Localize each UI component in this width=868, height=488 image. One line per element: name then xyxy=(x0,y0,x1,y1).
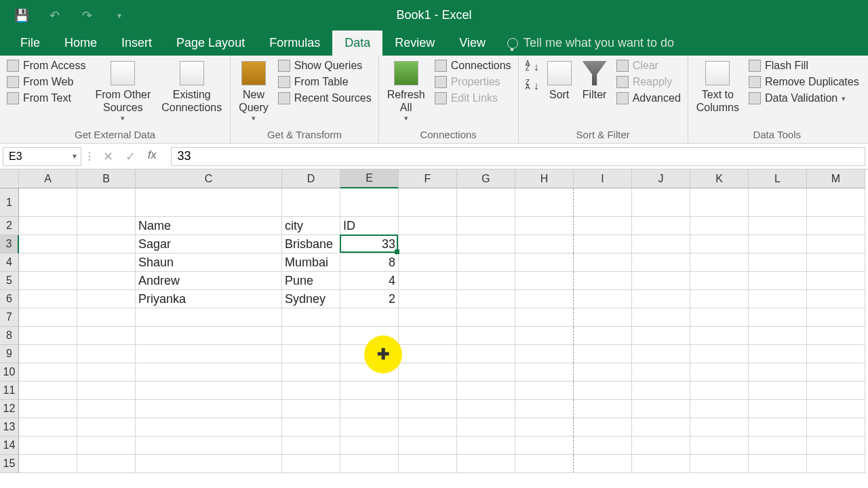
column-header-I[interactable]: I xyxy=(574,169,632,188)
cell-D3[interactable]: Brisbane xyxy=(282,235,340,253)
name-box[interactable]: E3 ▼ xyxy=(3,147,81,166)
cell-B10[interactable] xyxy=(77,363,136,382)
cell-C6[interactable]: Priyanka xyxy=(136,290,282,308)
cell-A15[interactable] xyxy=(19,455,77,473)
fx-icon[interactable]: fx xyxy=(148,149,161,164)
cell-D8[interactable] xyxy=(282,327,340,345)
cell-F8[interactable] xyxy=(399,327,457,345)
cell-A6[interactable] xyxy=(19,290,77,308)
row-header-7[interactable]: 7 xyxy=(0,308,19,327)
cell-C10[interactable] xyxy=(136,363,282,382)
cell-G9[interactable] xyxy=(457,345,515,363)
cell-K4[interactable] xyxy=(690,253,749,272)
cell-J14[interactable] xyxy=(632,436,690,455)
cell-A2[interactable] xyxy=(19,217,77,235)
column-header-F[interactable]: F xyxy=(399,169,457,188)
cell-H4[interactable] xyxy=(515,253,574,272)
cell-D13[interactable] xyxy=(282,418,340,436)
column-header-E[interactable]: E xyxy=(340,169,399,188)
formula-input[interactable]: 33 xyxy=(171,147,865,166)
cell-A8[interactable] xyxy=(19,327,77,345)
tab-file[interactable]: File xyxy=(8,30,52,56)
from-web-button[interactable]: From Web xyxy=(5,75,87,89)
remove-duplicates-button[interactable]: Remove Duplicates xyxy=(747,75,861,89)
cell-G6[interactable] xyxy=(457,290,515,308)
cell-G4[interactable] xyxy=(457,253,515,272)
cell-L11[interactable] xyxy=(749,382,807,400)
cell-E13[interactable] xyxy=(340,418,399,436)
sort-button[interactable]: Sort xyxy=(545,58,574,104)
cell-M5[interactable] xyxy=(807,272,865,290)
cell-E15[interactable] xyxy=(340,455,399,473)
cell-G12[interactable] xyxy=(457,400,515,418)
tab-insert[interactable]: Insert xyxy=(109,30,164,56)
cell-C7[interactable] xyxy=(136,308,282,327)
cell-C11[interactable] xyxy=(136,382,282,400)
column-header-L[interactable]: L xyxy=(749,169,807,188)
cell-J1[interactable] xyxy=(632,188,690,217)
tab-formulas[interactable]: Formulas xyxy=(257,30,332,56)
cell-G8[interactable] xyxy=(457,327,515,345)
column-header-J[interactable]: J xyxy=(632,169,690,188)
cell-K10[interactable] xyxy=(690,363,749,382)
cell-G2[interactable] xyxy=(457,217,515,235)
cell-B8[interactable] xyxy=(77,327,136,345)
from-access-button[interactable]: From Access xyxy=(5,58,87,73)
cell-G14[interactable] xyxy=(457,436,515,455)
cell-I4[interactable] xyxy=(574,253,632,272)
cell-E12[interactable] xyxy=(340,400,399,418)
cell-F14[interactable] xyxy=(399,436,457,455)
cell-D6[interactable]: Sydney xyxy=(282,290,340,308)
cell-H3[interactable] xyxy=(515,235,574,253)
redo-icon[interactable]: ↷ xyxy=(79,7,95,24)
cell-M8[interactable] xyxy=(807,327,865,345)
cell-B2[interactable] xyxy=(77,217,136,235)
cell-K2[interactable] xyxy=(690,217,749,235)
tab-data[interactable]: Data xyxy=(332,30,382,56)
cell-M13[interactable] xyxy=(807,418,865,436)
cell-H10[interactable] xyxy=(515,363,574,382)
cell-L1[interactable] xyxy=(749,188,807,217)
cell-B6[interactable] xyxy=(77,290,136,308)
filter-button[interactable]: Filter xyxy=(580,58,610,104)
cell-C15[interactable] xyxy=(136,455,282,473)
cell-J7[interactable] xyxy=(632,308,690,327)
row-header-5[interactable]: 5 xyxy=(0,272,19,290)
from-text-button[interactable]: From Text xyxy=(5,91,87,106)
cell-B5[interactable] xyxy=(77,272,136,290)
cell-L15[interactable] xyxy=(749,455,807,473)
cell-I12[interactable] xyxy=(574,400,632,418)
column-header-K[interactable]: K xyxy=(690,169,749,188)
cell-E14[interactable] xyxy=(340,436,399,455)
from-other-sources-button[interactable]: From Other Sources xyxy=(92,58,153,126)
cell-J6[interactable] xyxy=(632,290,690,308)
cell-J13[interactable] xyxy=(632,418,690,436)
cell-K3[interactable] xyxy=(690,235,749,253)
cell-D12[interactable] xyxy=(282,400,340,418)
cell-D2[interactable]: city xyxy=(282,217,340,235)
cell-M7[interactable] xyxy=(807,308,865,327)
undo-icon[interactable]: ↶ xyxy=(46,7,62,24)
cell-F1[interactable] xyxy=(399,188,457,217)
cell-I2[interactable] xyxy=(574,217,632,235)
cell-F13[interactable] xyxy=(399,418,457,436)
sort-desc-button[interactable]: ZA↓ xyxy=(524,77,539,92)
cell-D4[interactable]: Mumbai xyxy=(282,253,340,272)
existing-connections-button[interactable]: Existing Connections xyxy=(159,58,224,117)
cell-D14[interactable] xyxy=(282,436,340,455)
cell-M6[interactable] xyxy=(807,290,865,308)
cell-J12[interactable] xyxy=(632,400,690,418)
cell-D9[interactable] xyxy=(282,345,340,363)
cell-M4[interactable] xyxy=(807,253,865,272)
cell-C2[interactable]: Name xyxy=(136,217,282,235)
cell-I15[interactable] xyxy=(574,455,632,473)
connections-button[interactable]: Connections xyxy=(433,58,513,73)
cell-F5[interactable] xyxy=(399,272,457,290)
sort-asc-button[interactable]: AZ↓ xyxy=(524,58,539,73)
cell-G1[interactable] xyxy=(457,188,515,217)
cell-F11[interactable] xyxy=(399,382,457,400)
cell-F4[interactable] xyxy=(399,253,457,272)
cell-B12[interactable] xyxy=(77,400,136,418)
cell-E5[interactable]: 4 xyxy=(340,272,399,290)
row-header-10[interactable]: 10 xyxy=(0,363,19,382)
